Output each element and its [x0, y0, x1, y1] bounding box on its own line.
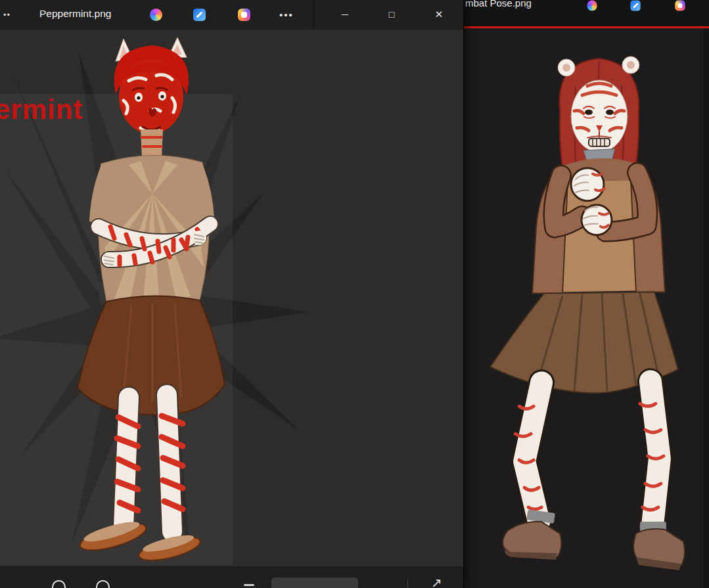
left-window-title: Peppermint.png [39, 8, 111, 20]
bottom-toolbar: ↗ [0, 566, 463, 588]
more-button[interactable]: ••• [277, 5, 296, 24]
more-icon: ••• [279, 9, 294, 20]
maximize-icon: □ [389, 9, 394, 20]
edit-button[interactable] [189, 5, 209, 24]
left-window: •• Peppermint.png ••• ─ □ ✕ [0, 0, 464, 588]
zoom-minus-icon[interactable] [244, 584, 254, 586]
designer-button[interactable] [234, 5, 254, 24]
edit-pencil-icon [193, 9, 206, 21]
artwork-logo: ermint [0, 94, 83, 125]
designer-logo-icon [238, 9, 250, 21]
toolbar-divider [407, 579, 408, 588]
copilot-icon[interactable] [586, 0, 598, 11]
designer-icon[interactable] [674, 0, 686, 11]
zoom-in-icon[interactable] [96, 580, 110, 588]
designer-logo-icon [675, 0, 685, 11]
right-window: mbat Pose.png [464, 0, 709, 588]
right-titlebar[interactable]: mbat Pose.png [464, 0, 709, 26]
titlebar-dots-icon[interactable]: •• [3, 10, 11, 20]
titlebar-divider [313, 0, 314, 30]
zoom-out-icon[interactable] [52, 580, 66, 588]
right-window-title: mbat Pose.png [465, 0, 532, 9]
copilot-button[interactable] [146, 5, 166, 24]
edit-icon[interactable] [629, 0, 641, 11]
left-titlebar[interactable]: •• Peppermint.png ••• ─ □ ✕ [0, 0, 463, 30]
zoom-slider[interactable] [271, 577, 358, 588]
close-icon: ✕ [435, 9, 444, 20]
close-button[interactable]: ✕ [429, 5, 449, 24]
maximize-button[interactable]: □ [382, 5, 401, 24]
image-canvas[interactable]: ermint [0, 30, 463, 566]
copilot-logo-icon [150, 9, 162, 21]
edit-pencil-icon [630, 0, 640, 11]
minimize-icon: ─ [342, 9, 348, 20]
copilot-logo-icon [587, 0, 597, 11]
right-edge-strip [704, 28, 709, 588]
right-image-canvas[interactable] [464, 28, 709, 588]
minimize-button[interactable]: ─ [335, 5, 355, 24]
peppermint-artwork: ermint [0, 30, 463, 566]
fullscreen-icon[interactable]: ↗ [431, 575, 442, 588]
combat-pose-artwork [464, 28, 709, 588]
combat-character [490, 57, 685, 570]
